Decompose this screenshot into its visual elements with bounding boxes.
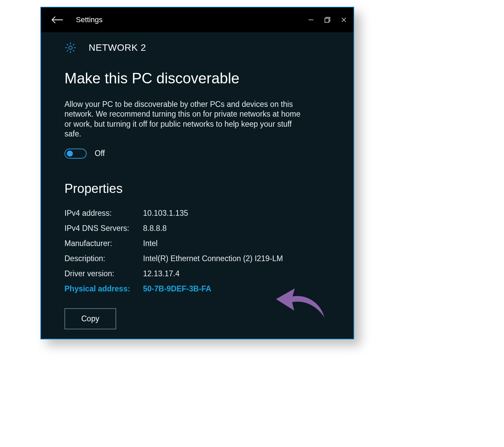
properties-heading: Properties bbox=[64, 181, 330, 196]
svg-rect-2 bbox=[325, 18, 329, 23]
property-value: 12.13.17.4 bbox=[143, 269, 330, 278]
page-header: NETWORK 2 bbox=[41, 32, 354, 54]
property-label: IPv4 DNS Servers: bbox=[64, 224, 142, 233]
maximize-button[interactable] bbox=[324, 16, 331, 24]
titlebar-left: Settings bbox=[51, 15, 103, 24]
property-label: IPv4 address: bbox=[64, 209, 142, 218]
property-value: 50-7B-9DEF-3B-FA bbox=[143, 284, 330, 293]
property-label: Driver version: bbox=[64, 269, 142, 278]
discoverable-toggle[interactable] bbox=[64, 149, 87, 159]
window-controls bbox=[307, 16, 348, 24]
discoverable-heading: Make this PC discoverable bbox=[64, 70, 330, 87]
property-value: 10.103.1.135 bbox=[143, 209, 330, 218]
back-arrow-icon bbox=[51, 16, 63, 24]
property-value: Intel bbox=[143, 239, 330, 248]
titlebar: Settings bbox=[41, 7, 354, 32]
back-button[interactable] bbox=[51, 16, 63, 24]
close-icon bbox=[341, 17, 347, 23]
discoverable-toggle-row: Off bbox=[64, 149, 330, 159]
discoverable-description: Allow your PC to be discoverable by othe… bbox=[64, 99, 306, 139]
property-label: Physical address: bbox=[64, 284, 142, 293]
window-title: Settings bbox=[76, 15, 103, 24]
copy-button[interactable]: Copy bbox=[64, 308, 116, 329]
maximize-icon bbox=[324, 16, 331, 23]
svg-point-5 bbox=[69, 46, 72, 49]
gear-icon bbox=[64, 42, 77, 54]
property-value: Intel(R) Ethernet Connection (2) I219-LM bbox=[143, 254, 330, 263]
property-label: Manufacturer: bbox=[64, 239, 142, 248]
property-value: 8.8.8.8 bbox=[143, 224, 330, 233]
toggle-knob bbox=[67, 151, 73, 157]
discoverable-toggle-label: Off bbox=[95, 149, 105, 158]
close-button[interactable] bbox=[340, 16, 348, 24]
property-label: Description: bbox=[64, 254, 142, 263]
settings-window: Settings bbox=[40, 7, 354, 339]
properties-table: IPv4 address:10.103.1.135IPv4 DNS Server… bbox=[64, 209, 330, 293]
minimize-icon bbox=[308, 17, 314, 23]
minimize-button[interactable] bbox=[307, 16, 315, 24]
content-area: Make this PC discoverable Allow your PC … bbox=[41, 54, 354, 343]
page-title: NETWORK 2 bbox=[89, 42, 146, 53]
